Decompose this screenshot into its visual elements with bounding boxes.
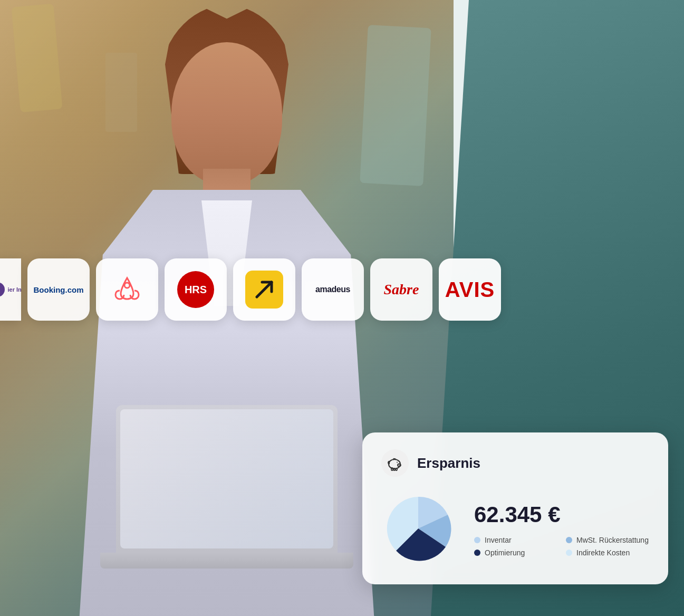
logo-card-travelperk	[233, 258, 295, 321]
svg-point-5	[399, 465, 400, 465]
legend-item-inventar: Inventar	[474, 536, 557, 544]
laptop-screen	[116, 405, 338, 553]
legend-dot-optimierung	[474, 550, 480, 556]
logo-card-partial: P ier Inn	[0, 258, 21, 321]
logo-card-hrs: HRS	[165, 258, 227, 321]
booking-logo-text: Booking.com	[33, 285, 83, 294]
partial-logo-text: ier Inn	[8, 286, 22, 293]
logo-card-amadeus: amadeus	[302, 258, 364, 321]
airbnb-icon	[111, 274, 143, 305]
savings-card: Ersparnis 62.345 € Inventar	[362, 432, 668, 584]
legend-label-mwst: MwSt. Rückerstattung	[576, 536, 649, 544]
pie-chart-svg	[381, 492, 455, 565]
legend-item-mwst: MwSt. Rückerstattung	[566, 536, 649, 544]
legend-item-indirekte: Indirekte Kosten	[566, 548, 649, 557]
sabre-logo-wrap: Sabre	[384, 281, 419, 298]
logo-card-airbnb	[96, 258, 158, 321]
avis-logo-text: AVIS	[445, 278, 495, 301]
laptop-base	[100, 553, 353, 569]
bg-element-3	[105, 53, 137, 132]
logo-card-booking: Booking.com	[27, 258, 90, 321]
avis-logo-wrap: AVIS	[445, 278, 495, 302]
savings-title: Ersparnis	[417, 455, 480, 471]
legend-label-indirekte: Indirekte Kosten	[576, 548, 630, 557]
savings-right-panel: 62.345 € Inventar MwSt. Rückerstattung O…	[474, 502, 649, 557]
legend-grid: Inventar MwSt. Rückerstattung Optimierun…	[474, 536, 649, 557]
legend-label-inventar: Inventar	[485, 536, 512, 544]
legend-dot-indirekte	[566, 550, 572, 556]
svg-point-3	[398, 464, 401, 467]
svg-point-6	[397, 462, 398, 463]
legend-dot-inventar	[474, 537, 480, 543]
svg-line-1	[257, 282, 272, 297]
laptop-screen-inner	[120, 409, 333, 548]
pie-chart	[381, 492, 455, 567]
logo-card-avis: AVIS	[439, 258, 501, 321]
svg-point-0	[124, 283, 130, 288]
legend-dot-mwst	[566, 537, 572, 543]
amadeus-logo-wrap: amadeus	[315, 285, 350, 294]
savings-card-header: Ersparnis	[381, 449, 649, 477]
savings-amount: 62.345 €	[474, 502, 649, 527]
piggy-bank-icon	[387, 455, 403, 471]
logo-card-sabre: Sabre	[370, 258, 432, 321]
amadeus-logo-text: amadeus	[315, 285, 350, 294]
person-face	[171, 42, 282, 185]
legend-label-optimierung: Optimierung	[485, 548, 525, 557]
legend-item-optimierung: Optimierung	[474, 548, 557, 557]
svg-point-4	[398, 465, 399, 465]
piggy-bank-icon-wrap	[381, 449, 409, 477]
svg-rect-7	[391, 468, 393, 470]
bg-element-2	[360, 25, 431, 186]
travelperk-icon-bg	[245, 271, 283, 309]
travelperk-arrow-icon	[253, 278, 276, 301]
logo-strip: P ier Inn Booking.com HRS	[0, 258, 543, 321]
svg-rect-9	[396, 468, 397, 470]
hrs-logo-text: HRS	[177, 271, 214, 308]
svg-rect-8	[393, 468, 395, 470]
sabre-logo-text: Sabre	[384, 281, 419, 297]
savings-content: 62.345 € Inventar MwSt. Rückerstattung O…	[381, 492, 649, 567]
